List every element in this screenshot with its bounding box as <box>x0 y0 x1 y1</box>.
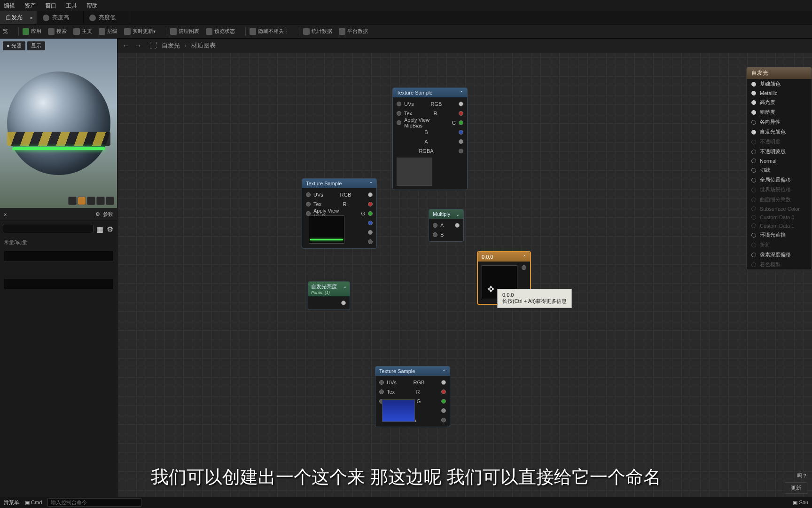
tb-platdata[interactable]: 平台数据 <box>339 28 368 35</box>
nav-fwd[interactable]: → <box>134 41 142 50</box>
pin-out-rgba[interactable] <box>368 239 373 244</box>
vp-shape-plane[interactable] <box>87 197 95 205</box>
pin-in-b[interactable] <box>433 232 437 237</box>
grid-icon[interactable]: ▦ <box>96 225 104 232</box>
pin-in[interactable] <box>379 389 384 394</box>
vp-shape-custom[interactable] <box>106 197 114 205</box>
pin-out-r[interactable] <box>459 111 463 116</box>
pin-out[interactable] <box>341 301 346 305</box>
material-result-node[interactable]: 自发光 基础颜色 Metallic 高光度 粗糙度 各向异性 自发光颜色 不透明… <box>746 67 812 270</box>
pin-emissive[interactable] <box>751 130 756 135</box>
slide-menu[interactable]: 滑菜单 <box>4 499 19 506</box>
tab-bright-low[interactable]: 亮度低 <box>84 11 130 24</box>
collapse-icon[interactable]: ⌃ <box>460 90 463 95</box>
tab-bright-high[interactable]: 亮度高 <box>37 11 84 24</box>
material-graph[interactable]: ← → ⛶ 自发光 › 材质图表 Texture Sample⌃ <box>117 39 812 497</box>
pin-out[interactable] <box>522 265 526 270</box>
collapse-icon[interactable]: ⌄ <box>343 284 347 289</box>
pin-out-g[interactable] <box>441 399 446 404</box>
menu-tool[interactable]: 工具 <box>66 2 77 10</box>
vp-shape-sphere[interactable] <box>78 197 86 205</box>
crumb-2[interactable]: 材质图表 <box>191 42 216 49</box>
tb-stats[interactable]: 统计数据 <box>303 28 332 35</box>
collapse-icon[interactable]: ⌃ <box>442 369 446 374</box>
update-button[interactable]: 更新 <box>785 482 807 494</box>
pin-worldpos[interactable] <box>751 178 756 183</box>
pin-in[interactable] <box>306 192 311 197</box>
pin-in[interactable] <box>397 111 401 116</box>
pin-out-rgb[interactable] <box>441 380 446 385</box>
param-slot-1[interactable] <box>4 251 113 262</box>
gear-icon[interactable]: ⚙ <box>107 225 114 232</box>
console-input[interactable] <box>47 498 141 507</box>
pin-normal[interactable] <box>751 159 756 163</box>
collapse-icon[interactable]: ⌄ <box>456 212 460 217</box>
params-search[interactable] <box>3 224 94 233</box>
tb-preview[interactable]: 览 <box>3 28 8 35</box>
menu-edit[interactable]: 编辑 <box>4 2 15 10</box>
tb-hide[interactable]: 隐藏不相关 ⋮ <box>250 28 289 35</box>
pin-out-r[interactable] <box>368 202 373 206</box>
tab-emissive[interactable]: 自发光 × <box>0 11 37 24</box>
collapse-icon[interactable]: ⌃ <box>369 181 373 186</box>
pin-out-g[interactable] <box>459 120 463 125</box>
vp-lighting[interactable]: ● 光照 <box>3 41 25 50</box>
hide-icon <box>250 28 256 35</box>
crumb-1[interactable]: 自发光 <box>162 42 180 49</box>
pin-mask[interactable] <box>751 150 756 154</box>
node-texture-sample-3[interactable]: Texture Sample⌃ UVsRGB TexR ply \G A RGB… <box>375 366 450 427</box>
tb-prevstate[interactable]: 预览状态 <box>206 28 235 35</box>
close-icon[interactable]: × <box>30 15 33 21</box>
pin-out-a[interactable] <box>459 139 463 144</box>
node-multiply[interactable]: Multiply⌄ A B <box>429 209 464 242</box>
pin-tangent[interactable] <box>751 168 756 173</box>
pin-opacity <box>751 140 756 144</box>
preview-viewport[interactable]: ● 光照 显示 <box>0 39 117 208</box>
vp-display[interactable]: 显示 <box>27 41 45 50</box>
pin-base[interactable] <box>751 82 756 87</box>
tb-home[interactable]: 主页 <box>73 28 92 35</box>
pin-metallic[interactable] <box>751 91 756 95</box>
pin-in[interactable] <box>397 102 401 106</box>
menu-asset[interactable]: 资产 <box>24 2 36 10</box>
settings-icon[interactable]: ⚙ <box>95 211 100 217</box>
pin-out-rgba[interactable] <box>459 149 463 153</box>
pin-out-b[interactable] <box>459 130 463 135</box>
pin-out-rgb[interactable] <box>368 192 373 197</box>
node-scalar-param[interactable]: 自发光亮度 Param (1) ⌄ <box>308 281 350 310</box>
pin-specular[interactable] <box>751 100 756 105</box>
menu-window[interactable]: 窗口 <box>45 2 56 10</box>
tb-search[interactable]: 搜索 <box>48 28 67 35</box>
pin-out-a[interactable] <box>368 230 373 235</box>
tb-live[interactable]: 实时更新▾ <box>124 28 156 35</box>
pin-out-rgba[interactable] <box>441 418 446 422</box>
collapse-icon[interactable]: ⌃ <box>523 254 526 260</box>
source-label[interactable]: ▣ Sou <box>793 500 808 506</box>
node-texture-sample-1[interactable]: Texture Sample⌃ UVsRGB TexR Apply View M… <box>392 87 468 190</box>
pin-ao[interactable] <box>751 233 756 238</box>
tb-clean[interactable]: 清理图表 <box>170 28 199 35</box>
pin-out-g[interactable] <box>368 211 373 216</box>
vp-shape-cylinder[interactable] <box>68 197 77 205</box>
menu-help[interactable]: 帮助 <box>86 2 98 10</box>
pin-out-rgb[interactable] <box>459 102 463 106</box>
pin-in[interactable] <box>397 120 401 125</box>
pin-out[interactable] <box>455 223 460 228</box>
pin-out-a[interactable] <box>441 408 446 413</box>
pin-pixdepth[interactable] <box>751 253 756 257</box>
tb-level[interactable]: 层级 <box>99 28 117 35</box>
tb-apply[interactable]: 应用 <box>23 28 41 35</box>
param-slot-2[interactable] <box>4 278 113 289</box>
node-texture-sample-2[interactable]: Texture Sample⌃ UVsRGB TexR Apply View M… <box>302 178 377 249</box>
pin-subsurf <box>751 206 756 211</box>
pin-in[interactable] <box>306 202 311 206</box>
pin-in-a[interactable] <box>433 223 437 228</box>
pin-rough[interactable] <box>751 110 756 115</box>
pin-aniso[interactable] <box>751 120 756 125</box>
pin-in[interactable] <box>379 380 384 385</box>
pin-out-r[interactable] <box>441 389 446 394</box>
nav-back[interactable]: ← <box>122 41 130 50</box>
vp-shape-cube[interactable] <box>96 197 105 205</box>
graph-icon[interactable]: ⛶ <box>149 41 157 50</box>
pin-out-b[interactable] <box>368 221 373 225</box>
